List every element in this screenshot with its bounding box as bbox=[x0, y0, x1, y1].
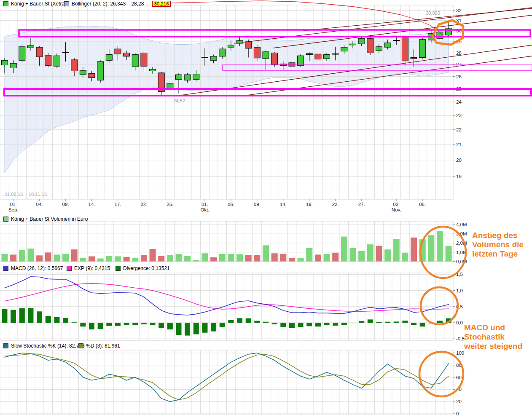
svg-text:20: 20 bbox=[456, 158, 462, 163]
svg-text:Nov.: Nov. bbox=[392, 207, 401, 212]
divergence-swatch-icon bbox=[116, 266, 121, 271]
svg-text:30: 30 bbox=[456, 28, 462, 33]
svg-text:100: 100 bbox=[456, 350, 464, 356]
svg-text:0: 0 bbox=[456, 411, 459, 416]
legend-stochastic-k: Slow Stochastic %K (14): 82,756 bbox=[3, 343, 85, 349]
svg-text:24: 24 bbox=[456, 99, 462, 104]
svg-text:22.: 22. bbox=[332, 202, 339, 207]
svg-text:01.: 01. bbox=[10, 202, 17, 207]
svg-text:60: 60 bbox=[456, 375, 462, 380]
svg-text:Sep.: Sep. bbox=[8, 207, 19, 212]
bollinger-label: Bollinger (20, 2): 26,343 – 28,28 – bbox=[72, 1, 148, 7]
svg-text:01.: 01. bbox=[202, 202, 208, 207]
svg-text:19.: 19. bbox=[306, 202, 313, 207]
macd-annotation: MACD und Stochastik weiter steigend bbox=[464, 323, 522, 351]
svg-text:04.: 04. bbox=[36, 202, 43, 207]
volume-label: König + Bauer St Volumen in Euro bbox=[11, 216, 88, 222]
svg-text:-0,5: -0,5 bbox=[456, 336, 465, 341]
series-label: König + Bauer St (Xetra) bbox=[11, 1, 66, 7]
svg-text:28: 28 bbox=[456, 51, 462, 56]
svg-text:1,0: 1,0 bbox=[456, 288, 463, 293]
svg-text:32: 32 bbox=[456, 8, 462, 13]
legend-main-series: König + Bauer St (Xetra) bbox=[3, 1, 66, 7]
svg-text:26: 26 bbox=[456, 74, 462, 79]
svg-text:05.: 05. bbox=[419, 202, 426, 207]
svg-text:17.: 17. bbox=[114, 202, 121, 207]
svg-text:19: 19 bbox=[456, 174, 462, 179]
date-range-label: 31.08.15 – 10.11.15 bbox=[4, 192, 47, 197]
volume-swatch-icon bbox=[3, 217, 8, 222]
stochastic-k-label: Slow Stochastic %K (14): 82,756 bbox=[11, 343, 85, 349]
bollinger-swatch-icon bbox=[64, 1, 69, 6]
svg-text:25.: 25. bbox=[167, 202, 173, 207]
legend-macd-line: MACD (26, 12): 0,5667 bbox=[3, 265, 63, 271]
svg-text:27.: 27. bbox=[358, 202, 365, 207]
svg-text:09.: 09. bbox=[62, 202, 69, 207]
stochastic-d-swatch-icon bbox=[78, 343, 83, 348]
svg-text:0,0: 0,0 bbox=[456, 320, 463, 325]
divergence-label: Divergence: 0,13521 bbox=[123, 265, 170, 271]
macd-label: MACD (26, 12): 0,5667 bbox=[11, 265, 63, 271]
series-swatch-icon bbox=[3, 1, 8, 6]
legend-macd-exp: EXP (9): 0,4315 bbox=[67, 265, 110, 271]
svg-text:4,0M: 4,0M bbox=[456, 222, 467, 227]
exp-swatch-icon bbox=[67, 266, 72, 271]
bollinger-upper-badge: 30,216 bbox=[152, 1, 170, 7]
stock-chart-canvas: 32313029282726252423222120194,0M3,0M2,0M… bbox=[0, 0, 532, 420]
svg-text:23: 23 bbox=[456, 113, 462, 118]
svg-text:09.: 09. bbox=[254, 202, 261, 207]
stock-chart-page: 32313029282726252423222120194,0M3,0M2,0M… bbox=[0, 0, 532, 420]
svg-text:14.: 14. bbox=[89, 202, 95, 207]
svg-text:14.: 14. bbox=[280, 202, 287, 207]
legend-volume: König + Bauer St Volumen in Euro bbox=[3, 216, 88, 222]
volume-annotation: Anstieg des Volumens die letzten Tage bbox=[472, 231, 524, 259]
stochastic-k-swatch-icon bbox=[3, 343, 8, 348]
macd-swatch-icon bbox=[3, 266, 8, 271]
svg-text:22: 22 bbox=[456, 127, 462, 132]
svg-text:21: 21 bbox=[456, 142, 462, 147]
svg-text:Okt.: Okt. bbox=[200, 207, 209, 212]
svg-text:20: 20 bbox=[456, 399, 462, 404]
svg-text:22.: 22. bbox=[140, 202, 147, 207]
stochastic-d-label: %D (3): 61,961 bbox=[86, 343, 120, 349]
legend-stochastic-d: %D (3): 61,961 bbox=[78, 343, 120, 349]
svg-text:02.: 02. bbox=[393, 202, 400, 207]
legend-bollinger: Bollinger (20, 2): 26,343 – 28,28 – 30,2… bbox=[64, 1, 171, 7]
legend-macd-divergence: Divergence: 0,13521 bbox=[116, 265, 170, 271]
svg-text:06.: 06. bbox=[228, 202, 234, 207]
high-price-label: 30,935 bbox=[423, 11, 443, 16]
exp-label: EXP (9): 0,4315 bbox=[74, 265, 110, 271]
low-price-label: 24,52 bbox=[169, 98, 189, 103]
